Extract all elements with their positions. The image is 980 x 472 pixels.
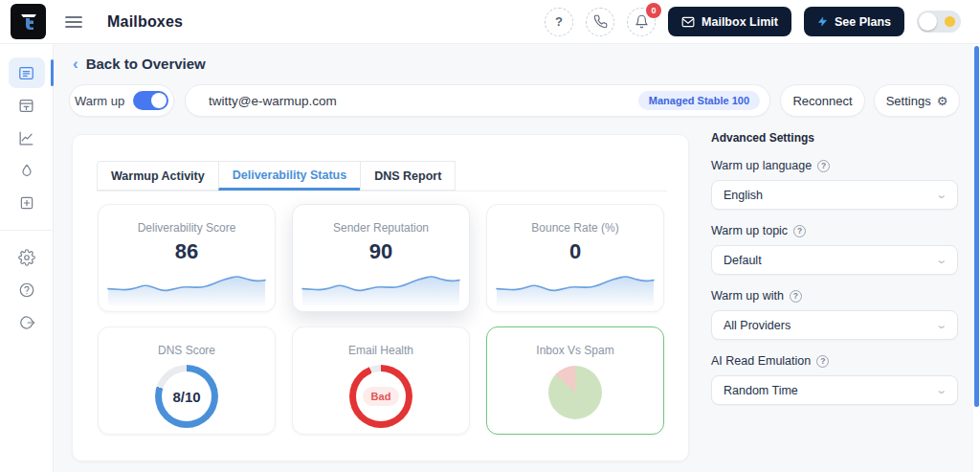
sender-reputation-card: Sender Reputation 90 xyxy=(292,204,470,312)
notification-badge: 0 xyxy=(646,3,661,18)
bounce-rate-sparkline xyxy=(495,263,656,305)
chevron-down-icon: ⌄ xyxy=(935,319,947,331)
tabs-bar: Warmup Activity Deliverability Status DN… xyxy=(97,161,667,191)
plan-status-badge: Managed Stable 100 xyxy=(638,91,760,110)
sidebar-item-logout[interactable] xyxy=(9,307,45,338)
help-icon[interactable] xyxy=(817,160,830,172)
menu-toggle-icon[interactable] xyxy=(65,15,82,29)
help-icon[interactable] xyxy=(545,8,573,36)
theme-toggle-knob xyxy=(919,12,937,31)
sidebar-item-add-mailbox[interactable] xyxy=(9,188,45,218)
dns-score-value: 8/10 xyxy=(172,389,200,405)
gear-icon: ⚙ xyxy=(937,94,948,108)
tab-deliverability-status[interactable]: Deliverability Status xyxy=(218,161,362,191)
deliverability-score-card: Deliverability Score 86 xyxy=(98,204,276,312)
ai-read-emulation-select[interactable]: Random Time ⌄ xyxy=(711,375,958,405)
sidebar-item-help[interactable] xyxy=(9,275,45,305)
mailbox-limit-button[interactable]: Mailbox Limit xyxy=(668,7,791,36)
gear-icon xyxy=(18,249,35,266)
sidebar-item-mailboxes[interactable] xyxy=(9,57,45,88)
email-health-card: Email Health Bad xyxy=(292,326,470,435)
sidebar-item-warmup[interactable] xyxy=(9,155,45,186)
plus-square-icon xyxy=(18,194,35,212)
reconnect-button[interactable]: Reconnect xyxy=(780,84,865,117)
dns-score-card: DNS Score 8/10 xyxy=(98,326,276,435)
deliverability-panel: Warmup Activity Deliverability Status DN… xyxy=(72,134,689,461)
chevron-down-icon: ⌄ xyxy=(935,254,947,266)
mailbox-email-field[interactable]: twitty@e-warmup.com Managed Stable 100 xyxy=(185,84,770,117)
template-icon xyxy=(17,97,35,115)
page-title: Mailboxes xyxy=(107,13,183,31)
inbox-vs-spam-pie xyxy=(548,366,602,419)
warmup-language-select[interactable]: English ⌄ xyxy=(711,180,958,210)
chevron-down-icon: ⌄ xyxy=(935,189,947,201)
lightning-bolt-icon xyxy=(817,15,828,28)
help-icon[interactable] xyxy=(793,225,806,237)
metric-cards-grid: Deliverability Score 86 Sender Reputatio… xyxy=(98,204,664,435)
help-icon[interactable] xyxy=(790,290,802,303)
envelope-icon xyxy=(681,16,695,28)
droplet-icon xyxy=(18,162,35,179)
see-plans-button[interactable]: See Plans xyxy=(804,7,904,36)
scrollbar-thumb[interactable] xyxy=(974,46,979,407)
warmup-with-label: Warm up with xyxy=(711,289,784,303)
deliverability-score-sparkline xyxy=(106,263,267,305)
warmup-topic-select[interactable]: Default ⌄ xyxy=(711,245,958,275)
sidebar-item-analytics[interactable] xyxy=(9,123,45,153)
phone-icon[interactable] xyxy=(586,8,614,36)
sender-reputation-sparkline xyxy=(301,263,461,305)
top-header: Mailboxes 0 Mailbox Limit See Plans xyxy=(0,0,980,44)
warmup-language-label: Warm up language xyxy=(711,159,812,172)
mailbox-list-icon xyxy=(17,64,35,82)
advanced-settings-panel: Advanced Settings Warm up language Engli… xyxy=(711,131,958,419)
help-circle-icon xyxy=(18,281,35,299)
inbox-vs-spam-card: Inbox Vs Spam xyxy=(486,326,664,435)
logo-glyph-icon xyxy=(17,11,40,34)
chevron-down-icon: ⌄ xyxy=(935,384,947,396)
mailbox-email: twitty@e-warmup.com xyxy=(209,94,337,108)
settings-button[interactable]: Settings ⚙ xyxy=(874,84,960,117)
sidebar-item-settings[interactable] xyxy=(9,242,45,273)
email-health-status-badge: Bad xyxy=(363,387,400,406)
help-icon[interactable] xyxy=(816,355,829,368)
warmup-toggle-pill: Warm up xyxy=(69,84,174,117)
warmup-topic-label: Warm up topic xyxy=(711,224,788,237)
sidebar-divider xyxy=(0,230,54,231)
back-chevron-icon: ‹ xyxy=(73,56,78,72)
active-indicator xyxy=(51,59,54,86)
app-logo[interactable] xyxy=(11,4,46,39)
bounce-rate-card: Bounce Rate (%) 0 xyxy=(486,204,664,312)
back-to-overview-link[interactable]: ‹ Back to Overview xyxy=(73,56,206,72)
advanced-settings-title: Advanced Settings xyxy=(711,131,958,145)
notifications-bell-icon[interactable]: 0 xyxy=(627,8,656,36)
left-sidebar xyxy=(0,44,54,472)
warmup-toggle-knob xyxy=(151,93,167,108)
tab-dns-report[interactable]: DNS Report xyxy=(360,161,456,191)
email-health-ring: Bad xyxy=(349,365,412,428)
light-bulb-icon xyxy=(945,16,955,27)
dns-score-donut: 8/10 xyxy=(155,365,218,428)
warmup-toggle[interactable] xyxy=(133,91,168,110)
ai-read-emulation-label: AI Read Emulation xyxy=(711,354,811,368)
warmup-with-select[interactable]: All Providers ⌄ xyxy=(711,310,958,340)
tab-warmup-activity[interactable]: Warmup Activity xyxy=(97,161,219,191)
theme-toggle[interactable] xyxy=(917,11,961,33)
sidebar-item-templates[interactable] xyxy=(9,90,45,121)
analytics-chart-icon xyxy=(17,129,35,147)
logout-icon xyxy=(18,314,35,331)
